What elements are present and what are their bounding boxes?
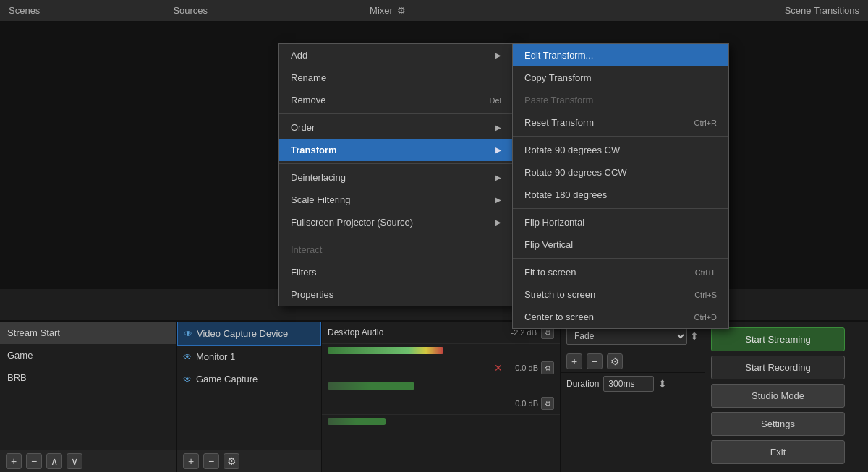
sources-toolbar: + − ⚙: [177, 450, 321, 472]
sub-paste-transform: Paste Transform: [513, 89, 728, 111]
scene-down-button[interactable]: ∨: [67, 453, 82, 469]
source-item-monitor[interactable]: 👁 Monitor 1: [177, 346, 321, 368]
scenes-header-label: Scenes: [0, 5, 48, 16]
source-remove-button[interactable]: −: [203, 453, 219, 469]
duration-label: Duration: [566, 379, 599, 389]
scene-add-button[interactable]: +: [6, 453, 22, 469]
sub-reset-transform[interactable]: Reset Transform Ctrl+R: [513, 111, 728, 134]
mixer-row3-db: 0.0 dB: [506, 399, 538, 408]
source-add-button[interactable]: +: [183, 453, 199, 469]
sub-fit-shortcut: Ctrl+F: [695, 268, 717, 277]
ctx-fullscreen-projector-arrow: ▶: [495, 218, 501, 226]
studio-mode-button[interactable]: Studio Mode: [711, 384, 845, 408]
controls-panel: Start Streaming Start Recording Studio M…: [705, 322, 868, 472]
sub-rotate-ccw[interactable]: Rotate 90 degrees CCW: [513, 161, 728, 184]
sources-list: 👁 Video Capture Device 👁 Monitor 1 👁 Gam…: [177, 322, 321, 450]
ctx-transform[interactable]: Transform ▶: [279, 139, 513, 161]
transitions-header-label: Scene Transitions: [776, 5, 868, 16]
ctx-interact: Interact: [279, 239, 513, 261]
ctx-order-arrow: ▶: [495, 124, 501, 132]
mixer-level-bar-desktop: [328, 347, 443, 354]
transition-settings-button[interactable]: ⚙: [607, 353, 623, 369]
mixer-row2-db: 0.0 dB: [506, 364, 538, 372]
start-streaming-button[interactable]: Start Streaming: [711, 327, 845, 351]
sub-flip-horizontal[interactable]: Flip Horizontal: [513, 211, 728, 233]
sub-stretch-shortcut: Ctrl+S: [694, 291, 717, 299]
sub-center-screen[interactable]: Center to screen Ctrl+D: [513, 306, 728, 328]
mixer-row2-gear[interactable]: ⚙: [541, 361, 554, 374]
sub-fit-screen[interactable]: Fit to screen Ctrl+F: [513, 261, 728, 283]
sub-copy-transform[interactable]: Copy Transform: [513, 66, 728, 89]
mixer-row-2: ✕ 0.0 dB ⚙: [322, 357, 560, 379]
sub-rotate-cw[interactable]: Rotate 90 degrees CW: [513, 139, 728, 161]
transition-select[interactable]: Fade: [566, 327, 687, 345]
mixer-desktop-db: -2.2 dB: [504, 328, 537, 337]
ctx-scale-filtering[interactable]: Scale Filtering ▶: [279, 189, 513, 211]
ctx-divider-3: [279, 236, 513, 236]
eye-icon-video-capture: 👁: [184, 329, 192, 339]
duration-input[interactable]: [603, 376, 654, 392]
mute-icon-row2: ✕: [494, 362, 503, 374]
eye-icon-game-capture: 👁: [183, 374, 192, 385]
sub-stretch-screen[interactable]: Stretch to screen Ctrl+S: [513, 283, 728, 306]
exit-button[interactable]: Exit: [711, 440, 845, 464]
ctx-deinterlacing[interactable]: Deinterlacing ▶: [279, 166, 513, 189]
mixer-row-3: 0.0 dB ⚙: [322, 392, 560, 415]
mixer-level-bar-row2: [328, 382, 414, 390]
mixer-header-label: Mixer ⚙: [361, 5, 414, 16]
sub-divider-3: [513, 258, 728, 259]
scene-item-brb[interactable]: BRB: [0, 366, 176, 389]
sources-panel: 👁 Video Capture Device 👁 Monitor 1 👁 Gam…: [177, 322, 322, 472]
sub-divider-2: [513, 208, 728, 209]
sub-rotate-180[interactable]: Rotate 180 degrees: [513, 184, 728, 206]
duration-spinner-icon[interactable]: ⬍: [658, 378, 667, 390]
mixer-row3-gear[interactable]: ⚙: [541, 397, 554, 410]
ctx-divider-2: [279, 163, 513, 164]
scene-item-stream-start[interactable]: Stream Start: [0, 322, 176, 344]
ctx-order[interactable]: Order ▶: [279, 116, 513, 139]
mixer-desktop-label: Desktop Audio: [328, 327, 500, 338]
top-bar: Scenes Sources Mixer ⚙ Scene Transitions: [0, 0, 868, 22]
settings-button[interactable]: Settings: [711, 412, 845, 436]
transitions-panel: Fade ⬍ + − ⚙ Duration ⬍: [561, 322, 705, 472]
sources-header-label: Sources: [164, 5, 216, 16]
scene-remove-button[interactable]: −: [26, 453, 42, 469]
source-item-video-capture[interactable]: 👁 Video Capture Device: [177, 322, 321, 346]
sub-divider-1: [513, 136, 728, 137]
mixer-level-bar-row3: [328, 418, 386, 425]
source-item-game-capture[interactable]: 👁 Game Capture: [177, 368, 321, 390]
ctx-scale-filtering-arrow: ▶: [495, 196, 501, 204]
eye-icon-monitor: 👁: [183, 352, 192, 362]
ctx-rename[interactable]: Rename: [279, 66, 513, 89]
scene-item-game[interactable]: Game: [0, 344, 176, 366]
ctx-transform-arrow: ▶: [495, 146, 501, 154]
sub-edit-transform[interactable]: Edit Transform...: [513, 44, 728, 66]
source-settings-button[interactable]: ⚙: [224, 453, 239, 469]
bottom-bar: Stream Start Game BRB + − ∧ ∨ 👁 Video Ca…: [0, 320, 868, 472]
ctx-divider-1: [279, 113, 513, 114]
ctx-add-arrow: ▶: [495, 51, 501, 59]
ctx-fullscreen-projector[interactable]: Fullscreen Projector (Source) ▶: [279, 211, 513, 233]
start-recording-button[interactable]: Start Recording: [711, 356, 845, 379]
transitions-toolbar: + − ⚙: [561, 351, 705, 373]
transform-submenu: Edit Transform... Copy Transform Paste T…: [512, 43, 729, 329]
ctx-properties[interactable]: Properties: [279, 283, 513, 306]
ctx-filters[interactable]: Filters: [279, 261, 513, 283]
scene-up-button[interactable]: ∧: [46, 453, 62, 469]
mixer-desktop-bar-row: [322, 344, 560, 357]
duration-row: Duration ⬍: [561, 373, 705, 395]
ctx-add[interactable]: Add ▶: [279, 44, 513, 66]
mixer-gear-icon[interactable]: ⚙: [397, 5, 406, 16]
sub-reset-shortcut: Ctrl+R: [694, 119, 717, 127]
sub-flip-vertical[interactable]: Flip Vertical: [513, 233, 728, 256]
sub-center-shortcut: Ctrl+D: [694, 313, 717, 322]
scene-list: Stream Start Game BRB: [0, 322, 176, 450]
transition-remove-button[interactable]: −: [587, 353, 603, 369]
ctx-remove-shortcut: Del: [489, 96, 501, 105]
transition-add-button[interactable]: +: [566, 353, 582, 369]
transition-spinner-icon[interactable]: ⬍: [690, 330, 699, 342]
ctx-deinterlacing-arrow: ▶: [495, 173, 501, 181]
scenes-panel: Stream Start Game BRB + − ∧ ∨: [0, 322, 177, 472]
mixer-panel: Desktop Audio -2.2 dB ⚙ ✕ 0.0 dB ⚙ 0.0 d…: [322, 322, 561, 472]
ctx-remove[interactable]: Remove Del: [279, 89, 513, 111]
